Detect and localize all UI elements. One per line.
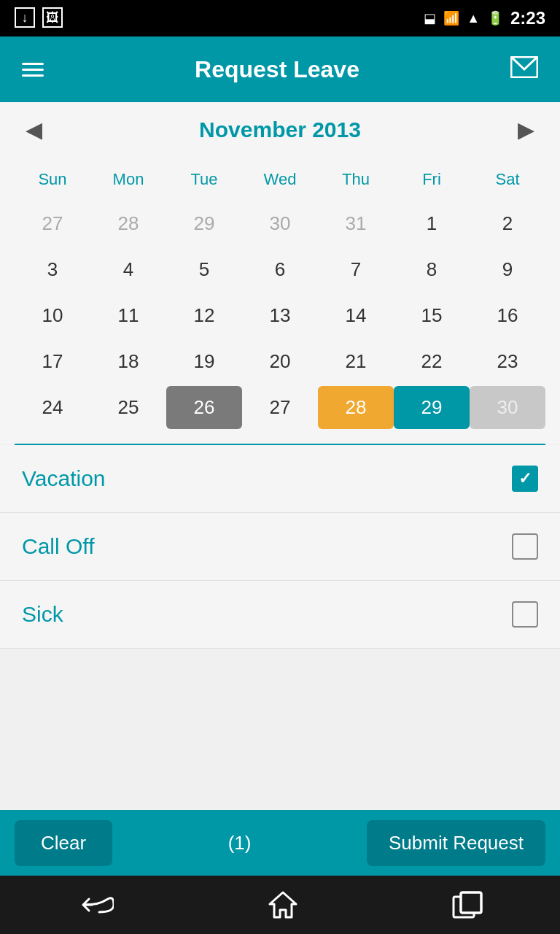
leave-label-sick: Sick: [22, 602, 63, 627]
cal-day-19-week-3[interactable]: 19: [166, 340, 242, 383]
cal-day-6-week-1[interactable]: 6: [242, 248, 318, 291]
cal-day-28-week-4[interactable]: 28: [318, 386, 394, 429]
cal-day-10-week-2[interactable]: 10: [15, 294, 90, 337]
recents-button[interactable]: [452, 891, 483, 919]
battery-icon: 🔋: [487, 10, 503, 26]
download-icon: ↓: [15, 7, 35, 28]
dow-cell-thu: Thu: [318, 164, 394, 195]
cal-day-2-week-0[interactable]: 2: [470, 202, 545, 245]
cal-day-1-week-0[interactable]: 1: [394, 202, 470, 245]
leave-types-list: VacationCall OffSick: [0, 445, 560, 649]
cal-day-30-week-4[interactable]: 30: [470, 386, 545, 429]
cal-day-27-week-4[interactable]: 27: [242, 386, 318, 429]
cal-day-4-week-1[interactable]: 4: [90, 248, 166, 291]
cal-day-27-week-0[interactable]: 27: [15, 202, 90, 245]
cal-day-31-week-0[interactable]: 31: [318, 202, 394, 245]
checkbox-calloff[interactable]: [512, 533, 538, 560]
day-of-week-headers: SunMonTueWedThuFriSat: [0, 157, 560, 198]
dow-cell-sun: Sun: [15, 164, 90, 195]
cal-day-20-week-3[interactable]: 20: [242, 340, 318, 383]
leave-label-vacation: Vacation: [22, 466, 106, 491]
svg-marker-1: [270, 892, 296, 917]
cal-day-13-week-2[interactable]: 13: [242, 294, 318, 337]
svg-rect-3: [461, 892, 481, 913]
cal-day-24-week-4[interactable]: 24: [15, 386, 90, 429]
cal-day-3-week-1[interactable]: 3: [15, 248, 90, 291]
status-icons-right: ⬓ 📶 ▲ 🔋 2:23: [424, 8, 545, 28]
cal-day-28-week-0[interactable]: 28: [90, 202, 166, 245]
dow-cell-fri: Fri: [394, 164, 470, 195]
back-button[interactable]: [77, 894, 114, 916]
dow-cell-sat: Sat: [470, 164, 545, 195]
cal-day-23-week-3[interactable]: 23: [470, 340, 545, 383]
cal-day-14-week-2[interactable]: 14: [318, 294, 394, 337]
dow-cell-tue: Tue: [166, 164, 242, 195]
month-year-label: November 2013: [199, 117, 361, 142]
navigation-bar: [0, 876, 560, 934]
checkbox-vacation[interactable]: [512, 466, 538, 492]
cal-day-18-week-3[interactable]: 18: [90, 340, 166, 383]
cal-day-25-week-4[interactable]: 25: [90, 386, 166, 429]
signal-icon: ▲: [467, 11, 480, 26]
app-bar: Request Leave: [0, 36, 560, 102]
selection-count: (1): [228, 832, 252, 854]
prev-month-button[interactable]: ◀: [15, 113, 53, 146]
bottom-action-bar: Clear (1) Submit Request: [0, 810, 560, 876]
cal-day-11-week-2[interactable]: 11: [90, 294, 166, 337]
status-bar: ↓ 🖼 ⬓ 📶 ▲ 🔋 2:23: [0, 0, 560, 36]
leave-item-sick[interactable]: Sick: [0, 581, 560, 649]
cal-day-5-week-1[interactable]: 5: [166, 248, 242, 291]
image-icon: 🖼: [42, 7, 63, 28]
cal-day-30-week-0[interactable]: 30: [242, 202, 318, 245]
submit-request-button[interactable]: Submit Request: [367, 820, 545, 866]
dow-cell-wed: Wed: [242, 164, 318, 195]
leave-item-vacation[interactable]: Vacation: [0, 445, 560, 513]
cal-day-22-week-3[interactable]: 22: [394, 340, 470, 383]
cal-day-15-week-2[interactable]: 15: [394, 294, 470, 337]
cal-day-29-week-4[interactable]: 29: [394, 386, 470, 429]
month-nav: ◀ November 2013 ▶: [0, 102, 560, 157]
home-button[interactable]: [268, 891, 298, 919]
cal-day-29-week-0[interactable]: 29: [166, 202, 242, 245]
cal-day-9-week-1[interactable]: 9: [470, 248, 545, 291]
menu-button[interactable]: [22, 63, 44, 77]
leave-label-calloff: Call Off: [22, 534, 94, 559]
cal-day-26-week-4[interactable]: 26: [166, 386, 242, 429]
status-left-icons: ↓ 🖼: [15, 7, 63, 28]
dow-cell-mon: Mon: [90, 164, 166, 195]
cal-day-21-week-3[interactable]: 21: [318, 340, 394, 383]
calendar-grid: 2728293031123456789101112131415161718192…: [0, 198, 560, 444]
bluetooth-icon: ⬓: [424, 10, 436, 26]
cal-day-16-week-2[interactable]: 16: [470, 294, 545, 337]
status-time: 2:23: [510, 8, 545, 28]
leave-item-calloff[interactable]: Call Off: [0, 513, 560, 581]
page-title: Request Leave: [195, 56, 359, 83]
wifi-icon: 📶: [443, 10, 459, 26]
cal-day-12-week-2[interactable]: 12: [166, 294, 242, 337]
cal-day-17-week-3[interactable]: 17: [15, 340, 90, 383]
next-month-button[interactable]: ▶: [507, 113, 545, 146]
clear-button[interactable]: Clear: [15, 820, 112, 866]
checkbox-sick[interactable]: [512, 601, 538, 628]
mail-button[interactable]: [510, 56, 538, 83]
cal-day-7-week-1[interactable]: 7: [318, 248, 394, 291]
cal-day-8-week-1[interactable]: 8: [394, 248, 470, 291]
